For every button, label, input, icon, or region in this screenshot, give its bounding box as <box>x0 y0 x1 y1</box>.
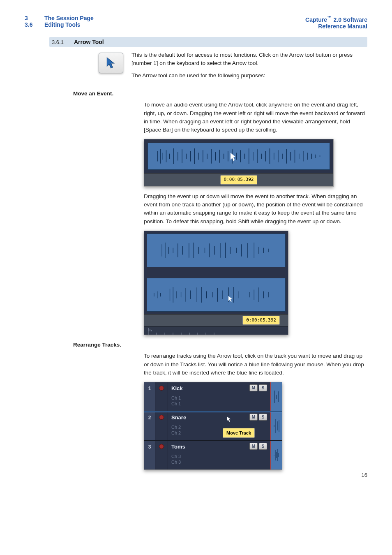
solo-button[interactable]: S <box>259 384 267 391</box>
figure-footer: 0:00:05.392 <box>144 314 288 326</box>
waveform-icon <box>155 148 323 165</box>
arrow-tool-intro-text: This is the default tool for access to m… <box>131 51 367 84</box>
section-title: Editing Tools <box>44 21 81 28</box>
track-channel-b: Ch 1 <box>171 401 267 407</box>
figure-footer: 0:00:05.392 <box>144 173 333 186</box>
manual-page: 3 The Session Page 3.6 Editing Tools Cap… <box>0 0 392 486</box>
record-dot-icon <box>159 415 164 420</box>
waveform-track <box>148 143 330 170</box>
solo-button[interactable]: S <box>259 443 267 450</box>
track-info: Kick Ch 1 Ch 1 M S <box>168 382 270 411</box>
mute-button[interactable]: M <box>249 443 258 450</box>
intro-p1: This is the default tool for access to m… <box>131 51 367 68</box>
section-number: 3.6 <box>25 21 35 28</box>
waveform-icon <box>152 242 279 259</box>
arrow-cursor-icon <box>106 57 116 69</box>
record-arm-cell[interactable] <box>155 412 168 440</box>
rearrange-tracks-body: To rearrange tracks using the Arrow tool… <box>144 352 367 470</box>
move-track-tooltip: Move Track <box>223 428 255 438</box>
arrow-tool-button[interactable] <box>99 53 123 73</box>
page-header: 3 The Session Page 3.6 Editing Tools Cap… <box>25 15 367 30</box>
record-dot-icon <box>159 444 164 449</box>
header-left: 3 The Session Page 3.6 Editing Tools <box>25 15 94 30</box>
time-position-badge: 0:00:05.392 <box>220 175 258 185</box>
subsection-heading-bar: 3.6.1 Arrow Tool <box>49 37 367 47</box>
waveform-track-lower <box>147 278 286 312</box>
track-number: 2 <box>144 412 155 440</box>
product-name-a: Capture <box>305 16 327 23</box>
page-number: 16 <box>362 472 367 478</box>
move-event-p2: Dragging the event up or down will move … <box>144 192 367 226</box>
waveform-sliver <box>270 382 282 411</box>
track-channel-a: Ch 3 <box>171 453 267 459</box>
waveform-track-upper <box>147 234 286 267</box>
track-row[interactable]: 1 Kick Ch 1 Ch 1 M S <box>144 382 282 412</box>
mute-solo-group: M S <box>249 414 267 421</box>
move-event-figure-2: 0:00:05.392 <box>144 231 288 335</box>
tracks-list-figure: 1 Kick Ch 1 Ch 1 M S <box>144 382 282 470</box>
track-row[interactable]: 2 Snare Ch 2 Ch 2 M S Move Track <box>144 412 282 441</box>
record-arm-cell[interactable] <box>155 382 168 411</box>
mute-solo-group: M S <box>249 384 267 391</box>
track-channels: Ch 3 Ch 3 <box>171 453 267 465</box>
move-event-body: To move an audio event using the Arrow t… <box>144 101 367 335</box>
track-number: 3 <box>144 441 155 469</box>
move-cursor-icon <box>227 295 235 302</box>
move-cursor-icon <box>226 416 233 425</box>
mute-button[interactable]: M <box>249 384 258 391</box>
track-channel-a: Ch 1 <box>171 395 267 401</box>
track-channel-b: Ch 3 <box>171 459 267 465</box>
mute-button[interactable]: M <box>249 414 258 421</box>
track-row[interactable]: 3 Toms Ch 3 Ch 3 M S <box>144 441 282 469</box>
subsection-title: Arrow Tool <box>74 39 104 45</box>
track-info: Snare Ch 2 Ch 2 M S Move Track <box>168 412 270 440</box>
mute-solo-group: M S <box>249 443 267 450</box>
track-channels: Ch 1 Ch 1 <box>171 395 267 407</box>
product-name-b: 2.0 Software <box>332 16 367 23</box>
record-arm-cell[interactable] <box>155 441 168 469</box>
subsection-number: 3.6.1 <box>52 39 72 45</box>
solo-button[interactable]: S <box>259 414 267 421</box>
move-event-p1: To move an audio event using the Arrow t… <box>144 101 367 134</box>
manual-title: Reference Manual <box>305 23 367 30</box>
time-position-badge: 0:00:05.392 <box>242 316 280 325</box>
header-right: Capture™ 2.0 Software Reference Manual <box>305 15 367 30</box>
record-dot-icon <box>159 386 164 391</box>
chapter-title: The Session Page <box>44 15 94 21</box>
track-number: 1 <box>144 382 155 411</box>
timeline-ruler <box>144 326 288 335</box>
rearrange-tracks-heading: Rearrange Tracks. <box>73 342 367 348</box>
chapter-number: 3 <box>25 15 35 21</box>
intro-p2: The Arrow tool can be used for the follo… <box>131 72 367 80</box>
waveform-sliver <box>270 441 282 469</box>
product-tm: ™ <box>327 15 332 20</box>
rearrange-tracks-p1: To rearrange tracks using the Arrow tool… <box>144 352 367 377</box>
waveform-sliver <box>270 412 282 440</box>
move-event-heading: Move an Event. <box>73 90 367 97</box>
track-info: Toms Ch 3 Ch 3 M S <box>168 441 270 469</box>
arrow-tool-intro: This is the default tool for access to m… <box>99 51 367 84</box>
move-event-figure-1: 0:00:05.392 <box>144 139 334 187</box>
waveform-icon <box>152 286 279 303</box>
